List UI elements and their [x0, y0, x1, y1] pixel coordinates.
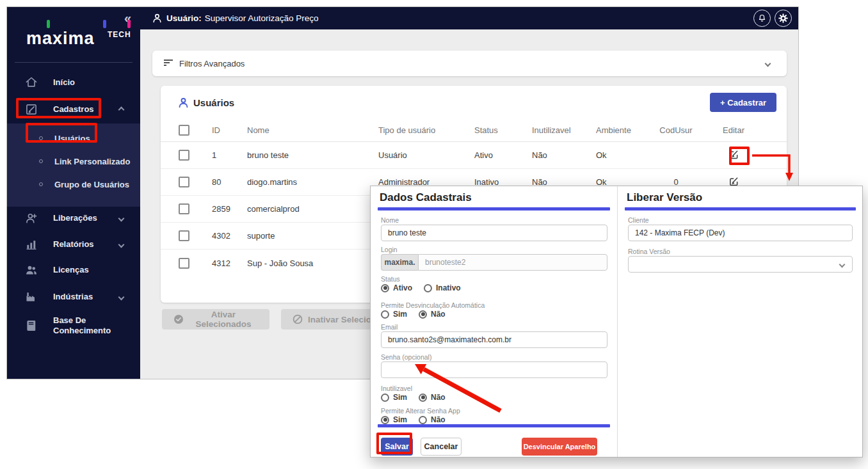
column-header: ID	[212, 125, 247, 135]
nome-input[interactable]: bruno teste	[381, 225, 607, 241]
radio-sim[interactable]	[381, 416, 389, 424]
nome-value: bruno teste	[388, 228, 426, 237]
cliente-input[interactable]: 142 - Maxima FECP (Dev)	[628, 225, 853, 241]
radio-sim[interactable]	[381, 393, 389, 402]
senha-input[interactable]	[381, 362, 607, 378]
users-icon	[177, 97, 189, 109]
row-checkbox[interactable]	[179, 150, 189, 161]
radio-label: Ativo	[393, 283, 412, 292]
row-checkbox[interactable]	[179, 177, 189, 187]
column-header: Tipo de usuário	[378, 125, 474, 135]
logo-tick-blue	[103, 20, 106, 28]
cell-id: 2859	[212, 204, 247, 214]
alterar-senha-radio-group: Sim Não	[381, 415, 446, 424]
cell-nome: diogo.martins	[247, 177, 378, 187]
radio-label: Inativo	[436, 283, 461, 292]
radio-label: Não	[431, 310, 446, 319]
radio-label: Não	[431, 415, 446, 424]
status-label: Status	[381, 275, 400, 283]
rotina-versao-select[interactable]	[628, 256, 853, 273]
radio-inativo[interactable]	[424, 284, 432, 292]
book-icon	[25, 319, 38, 332]
rotina-versao-label: Rotina Versão	[628, 248, 670, 255]
login-input[interactable]: brunoteste2	[418, 254, 607, 271]
pencil-square-icon	[25, 103, 38, 116]
sidebar-item-licencas[interactable]: Licenças	[7, 258, 140, 282]
check-circle-icon	[173, 314, 184, 324]
cell-nome: Sup - João Sousa	[247, 258, 378, 268]
table-row: 1 bruno teste Usuário Ativo Não Ok	[161, 142, 787, 169]
logo-tick-green	[47, 20, 50, 28]
bar-chart-icon	[25, 238, 38, 251]
bell-icon[interactable]	[753, 10, 771, 27]
radio-ativo[interactable]	[381, 284, 389, 292]
radio-label: Não	[431, 393, 446, 402]
cadastrar-button[interactable]: + Cadastrar	[710, 93, 776, 112]
column-header: Nome	[247, 125, 378, 135]
factory-icon	[25, 290, 38, 303]
sidebar-item-inicio[interactable]: Início	[7, 71, 140, 94]
desvinculacao-radio-group: Sim Não	[381, 310, 446, 319]
sidebar-submenu-cadastros: Usuários Link Personalizado Grupo de Usu…	[7, 123, 140, 207]
home-icon	[25, 76, 38, 89]
section-divider-bar	[625, 207, 856, 211]
chevron-down-icon[interactable]	[765, 60, 771, 67]
row-checkbox[interactable]	[179, 230, 189, 241]
inutilizavel-radio-group: Sim Não	[381, 393, 446, 402]
alterar-senha-label: Permite Alterar Senha App	[381, 407, 460, 415]
sidebar-item-link-personalizado[interactable]: Link Personalizado	[7, 150, 140, 172]
radio-sim[interactable]	[381, 310, 389, 319]
sidebar-item-relatorios[interactable]: Relatórios	[7, 233, 140, 256]
row-checkbox[interactable]	[179, 258, 189, 269]
chevron-down-icon	[118, 294, 125, 300]
radio-nao[interactable]	[419, 416, 427, 424]
radio-nao[interactable]	[419, 393, 427, 402]
email-input[interactable]: bruno.santo2s@maximatech.com.br	[381, 331, 607, 348]
sidebar-item-liberacoes[interactable]: Liberações	[7, 207, 140, 230]
modal-title: Dados Cadastrais	[380, 191, 472, 204]
radio-label: Sim	[393, 393, 407, 402]
sidebar-item-base-conhecimento[interactable]: Base De Conhecimento	[7, 312, 140, 340]
topbar: Usuário: Supervisor Autorização Preço	[140, 7, 798, 29]
radio-label: Sim	[393, 415, 407, 424]
sidebar-item-label: Base De Conhecimento	[53, 315, 124, 337]
column-header: Editar	[705, 125, 762, 135]
gear-icon[interactable]	[775, 10, 792, 27]
cell-inutilizavel: Não	[532, 150, 596, 160]
cancelar-button[interactable]: Cancelar	[421, 438, 462, 456]
cell-nome: bruno teste	[247, 150, 378, 160]
sidebar-item-label: Relatórios	[53, 239, 94, 250]
column-header: CodUsur	[647, 125, 705, 135]
login-prefix: maxima.	[381, 254, 418, 271]
radio-label: Sim	[393, 310, 407, 319]
cell-ambiente: Ok	[596, 150, 647, 160]
salvar-button[interactable]: Salvar	[381, 438, 413, 456]
chevron-up-icon	[118, 106, 125, 113]
cell-id: 4312	[212, 258, 247, 268]
cell-tipo: Usuário	[378, 150, 474, 160]
desvincular-aparelho-button[interactable]: Desvincular Aparelho	[522, 438, 597, 456]
cliente-label: Cliente	[628, 216, 649, 224]
sidebar-item-grupo-usuarios[interactable]: Grupo de Usuários	[7, 173, 140, 195]
radio-nao[interactable]	[419, 310, 427, 319]
row-checkbox[interactable]	[179, 203, 189, 214]
status-radio-group: Ativo Inativo	[381, 283, 461, 292]
table-header: ID Nome Tipo de usuário Status Inutiliza…	[161, 119, 787, 142]
cell-nome: suporte	[247, 231, 378, 241]
dados-cadastrais-pane: Dados Cadastrais Nome bruno teste Login …	[371, 186, 618, 457]
select-all-checkbox[interactable]	[179, 125, 189, 136]
person-icon	[152, 13, 163, 24]
person-add-icon	[25, 212, 38, 225]
sidebar-item-cadastros[interactable]: Cadastros	[7, 98, 140, 121]
ativar-selecionados-button[interactable]: Ativar Selecionados	[162, 309, 269, 330]
page: « maxima TECH Início Cadastros	[0, 0, 868, 469]
chevron-down-icon	[839, 262, 846, 268]
logo-text: maxima	[26, 29, 95, 49]
edit-icon[interactable]	[705, 150, 762, 161]
filters-panel[interactable]: Filtros Avançados	[152, 51, 787, 76]
slash-circle-icon	[293, 314, 303, 324]
logo-tech-text: TECH	[108, 30, 131, 39]
bullet-icon	[39, 182, 43, 186]
sidebar-item-usuarios[interactable]: Usuários	[7, 127, 140, 149]
sidebar-item-industrias[interactable]: Indústrias	[7, 285, 140, 308]
